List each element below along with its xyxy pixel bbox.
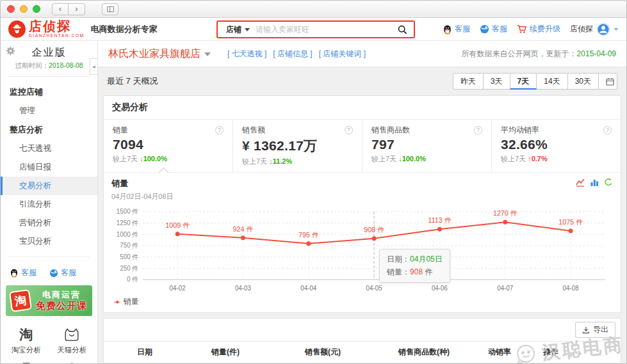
stat-card-sales-amount[interactable]: 销售额? ¥ 1362.17万 较上7天↓11.2% <box>233 120 362 172</box>
help-icon[interactable]: ? <box>345 126 353 134</box>
qq-penguin-icon <box>443 24 452 35</box>
range-14day-button[interactable]: 14天 <box>536 73 567 90</box>
stat-value: 797 <box>371 137 482 152</box>
delta-badge: ↓100.0% <box>398 155 426 162</box>
qq-service-link[interactable]: 客服 <box>10 267 37 278</box>
svg-text:1250 件: 1250 件 <box>117 219 138 226</box>
divider <box>8 76 90 77</box>
table-row: 1. 2015-04-08 1075 ¥ 206.33万 354 33.05% … <box>104 363 621 364</box>
chevron-down-icon <box>614 28 619 31</box>
range-3day-button[interactable]: 3天 <box>483 73 510 90</box>
sidebar-item-marketing-analysis[interactable]: 营销分析 <box>1 214 97 232</box>
search-button[interactable] <box>391 22 414 37</box>
svg-text:0 件: 0 件 <box>127 276 138 283</box>
zoom-window-button[interactable] <box>33 5 40 13</box>
link-seven-day[interactable]: [ 七天透视 ] <box>227 49 266 59</box>
legend-label: 销量 <box>124 296 139 307</box>
show-tabs-button[interactable] <box>102 3 118 15</box>
wangwang-service-link[interactable]: 客服 <box>49 267 76 278</box>
svg-text:04-03: 04-03 <box>235 285 251 292</box>
help-icon[interactable]: ? <box>215 126 224 134</box>
range-7day-button[interactable]: 7天 <box>510 73 537 90</box>
update-note-text: 所有数据来自公开网页，更新于： <box>462 49 577 58</box>
tool-demotion-check[interactable]: 降权查询 <box>49 361 95 363</box>
link-shop-info[interactable]: [ 店铺信息 ] <box>273 49 312 59</box>
seller-search-box: 店铺 <box>216 20 415 38</box>
browser-window: ‹ › 店侦探 DIANZHENTAN.COM 电商数据分析专家 店铺 <box>0 0 627 364</box>
help-icon[interactable]: ? <box>603 126 612 134</box>
tool-label: 淘宝分析 <box>3 345 49 355</box>
range-30day-button[interactable]: 30天 <box>567 73 599 90</box>
calendar-picker-button[interactable] <box>598 73 617 90</box>
data-update-note: 所有数据来自公开网页，更新于：2015-04-09 <box>462 49 616 59</box>
sidebar-item-seven-day[interactable]: 七天透视 <box>1 139 97 158</box>
export-label: 导出 <box>593 324 608 335</box>
chart-tooltip: 日期：04月05日 销量：908 件 <box>379 249 450 283</box>
app-logo[interactable]: 店侦探 DIANZHENTAN.COM <box>8 20 85 38</box>
search-category-dropdown[interactable]: 店铺 <box>218 24 256 35</box>
refresh-icon[interactable] <box>604 178 613 187</box>
minimize-window-button[interactable] <box>20 5 28 13</box>
cart-icon <box>517 24 527 34</box>
chart-type-toggles <box>576 178 613 187</box>
tool-taobao-analysis[interactable]: 淘 淘宝分析 <box>3 326 49 355</box>
export-button[interactable]: 导出 <box>575 322 615 338</box>
ad-text: 电商运营 免费公开课 <box>35 290 88 312</box>
overview-row: 最近 7 天概况 昨天 3天 7天 14天 30天 <box>103 71 621 91</box>
sidebar-item-manage[interactable]: 管理 <box>1 102 97 120</box>
svg-text:1075 件: 1075 件 <box>558 218 583 226</box>
tool-tmall-analysis[interactable]: 天猫分析 <box>49 326 95 355</box>
sidebar-item-item-analysis[interactable]: 宝贝分析 <box>1 232 97 251</box>
sidebar-item-daily-report[interactable]: 店铺日报 <box>1 158 97 177</box>
shop-name: 林氏木业家具旗舰店 <box>108 47 200 61</box>
stat-label: 销量 <box>113 125 128 136</box>
svg-text:795 件: 795 件 <box>298 231 319 239</box>
table-toolbar: 导出 <box>104 319 621 342</box>
ad-line2: 免费公开课 <box>35 300 88 312</box>
stat-value: 32.66% <box>501 137 612 152</box>
stat-card-turnover-rate[interactable]: 平均动销率? 32.66% 较上7天↑0.7% <box>492 120 621 172</box>
stat-card-product-count[interactable]: 销售商品数? 797 较上7天↓100.0% <box>362 120 492 172</box>
shop-name-dropdown[interactable]: 林氏木业家具旗舰店 <box>108 47 211 61</box>
sales-line-chart[interactable]: 0 件250 件500 件750 件1000 件1250 件1500 件04-0… <box>111 204 613 295</box>
window-titlebar: ‹ › <box>1 1 626 18</box>
sidebar-item-trade-analysis[interactable]: 交易分析 <box>1 177 97 195</box>
bar-chart-toggle[interactable] <box>590 178 599 187</box>
search-input[interactable] <box>256 25 391 34</box>
cell-date: 2015-04-08 <box>131 363 205 364</box>
panel-title: 交易分析 <box>104 96 621 120</box>
delta-badge: ↑0.7% <box>528 155 548 162</box>
svg-text:1500 件: 1500 件 <box>117 208 138 215</box>
close-window-button[interactable] <box>7 5 15 13</box>
wangwang-icon <box>49 269 58 278</box>
sales-chart-section: 销量 04月02日-04月08日 0 件250 件500 件750 件1000 … <box>104 172 621 312</box>
header-links: 客服 客服 续费升级 店侦探 <box>443 22 619 36</box>
download-icon <box>582 326 590 334</box>
renew-upgrade-link[interactable]: 续费升级 <box>517 24 560 35</box>
link-shop-keywords[interactable]: [ 店铺关键词 ] <box>319 49 366 59</box>
col-actions: 操作 <box>537 342 621 363</box>
chevron-down-icon <box>204 52 211 56</box>
cell-sales: 1075 <box>205 363 298 364</box>
delta-badge: ↓100.0% <box>140 155 167 162</box>
help-icon[interactable]: ? <box>474 126 482 134</box>
stat-compare: 较上7天↓11.2% <box>242 157 353 166</box>
trade-analysis-panel: 交易分析 销量? 7094 较上7天↓100.0% 销售额? ¥ 1362.17… <box>103 95 621 313</box>
svg-text:924 件: 924 件 <box>233 225 254 233</box>
course-ad-banner[interactable]: 淘 电商运营 免费公开课 <box>6 285 92 316</box>
daily-table-panel: 导出 日期 销量(件) 销售额(元) 销售商品数(种) <box>103 318 621 363</box>
line-chart-toggle[interactable] <box>576 178 585 187</box>
table-header-row: 日期 销量(件) 销售额(元) 销售商品数(种) 动销率 操作 <box>104 342 621 363</box>
qq-service-link[interactable]: 客服 <box>443 24 470 35</box>
range-yesterday-button[interactable]: 昨天 <box>453 73 484 90</box>
gear-icon[interactable] <box>6 46 15 58</box>
stat-card-sales-volume[interactable]: 销量? 7094 较上7天↓100.0% <box>104 120 233 172</box>
sidebar-collapse-button[interactable]: ◂ <box>90 58 97 75</box>
svg-text:500 件: 500 件 <box>120 253 138 260</box>
account-menu[interactable]: 店侦探 <box>570 22 619 36</box>
back-button[interactable]: ‹ <box>52 3 69 15</box>
forward-button[interactable]: › <box>69 3 85 15</box>
wangwang-service-link[interactable]: 客服 <box>480 24 507 35</box>
tool-wireless-analysis[interactable]: 无线分析 <box>3 361 49 363</box>
sidebar-item-traffic-analysis[interactable]: 引流分析 <box>1 195 97 214</box>
